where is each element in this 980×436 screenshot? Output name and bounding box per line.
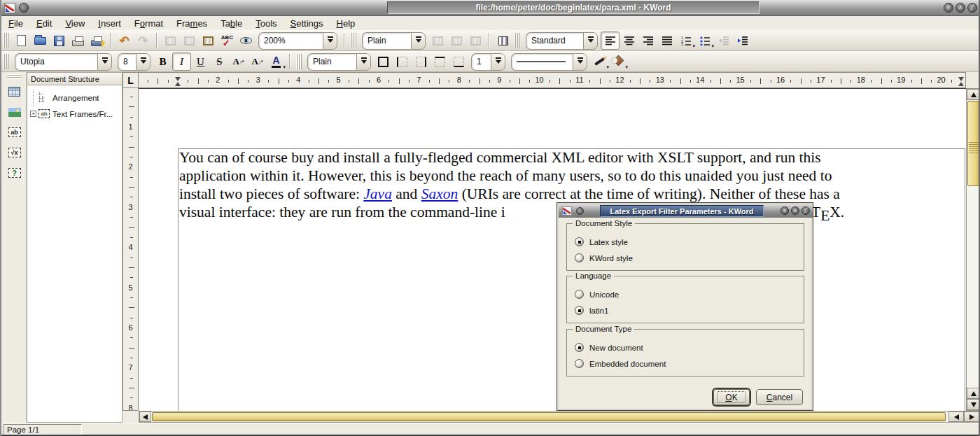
- ok-button[interactable]: OK: [713, 389, 750, 405]
- font-family-value[interactable]: Utopia: [15, 53, 97, 71]
- toolbar-handle[interactable]: [7, 74, 22, 79]
- document-text-line[interactable]: You can of course buy and install a full…: [179, 149, 821, 167]
- font-color-button[interactable]: A▾: [267, 52, 286, 71]
- horizontal-scrollbar[interactable]: [139, 411, 980, 423]
- insert-picture-button[interactable]: [6, 104, 24, 120]
- dialog-menu-button[interactable]: -: [576, 207, 584, 215]
- bullet-list-button[interactable]: ▾: [695, 31, 714, 50]
- border-right-button[interactable]: [412, 52, 430, 71]
- java-link[interactable]: Java: [363, 185, 392, 202]
- radio-button-icon[interactable]: [575, 290, 584, 299]
- scroll-left-button[interactable]: [139, 412, 151, 422]
- background-color-button[interactable]: ▾: [609, 52, 628, 71]
- scroll-up-button[interactable]: [967, 89, 980, 100]
- subscript-button[interactable]: A↓ª: [248, 52, 267, 71]
- menu-tools[interactable]: Tools: [255, 18, 276, 29]
- insert-formula-button[interactable]: √x: [6, 144, 24, 161]
- radio-latin1[interactable]: latin1: [575, 305, 609, 316]
- document-text-line[interactable]: application within it. However, this is …: [179, 167, 832, 185]
- redo-button[interactable]: ↷: [134, 31, 153, 50]
- spellcheck-button[interactable]: ABC: [218, 31, 237, 50]
- create-style-button[interactable]: [428, 31, 447, 50]
- border-top-button[interactable]: [430, 52, 449, 71]
- paragraph-style-dropdown-button[interactable]: [411, 32, 426, 50]
- kword-app-icon[interactable]: [4, 3, 15, 13]
- maximize-button[interactable]: ∧: [955, 3, 965, 13]
- insert-text-frame-button[interactable]: ab: [6, 124, 24, 141]
- underline-button[interactable]: U: [191, 52, 210, 71]
- increase-indent-button[interactable]: [733, 31, 752, 50]
- indent-marker[interactable]: [175, 77, 181, 86]
- right-indent-marker[interactable]: [958, 77, 965, 86]
- toolbar-handle[interactable]: [514, 33, 520, 48]
- save-button[interactable]: [50, 31, 69, 50]
- saxon-link[interactable]: Saxon: [421, 185, 458, 202]
- border-style-dropdown-button[interactable]: [573, 53, 587, 71]
- update-style-button[interactable]: [466, 31, 485, 50]
- superscript-button[interactable]: A↑ª: [229, 52, 248, 71]
- tab-type-selector[interactable]: L: [122, 72, 139, 88]
- border-width-value[interactable]: 1: [471, 53, 491, 71]
- window-menu-button[interactable]: -: [19, 3, 29, 13]
- align-right-button[interactable]: [638, 31, 657, 50]
- menu-edit[interactable]: Edit: [36, 18, 52, 29]
- align-left-button[interactable]: [601, 31, 620, 50]
- columns-button[interactable]: [493, 31, 512, 50]
- frame-style-dropdown-button[interactable]: [356, 53, 371, 71]
- insert-table-button[interactable]: [6, 83, 24, 100]
- vertical-ruler[interactable]: 12345678: [122, 88, 139, 411]
- radio-new-document[interactable]: New document: [575, 342, 643, 353]
- zoom-value[interactable]: 200%: [258, 32, 323, 50]
- scroll-down-button[interactable]: [967, 399, 980, 410]
- radio-unicode[interactable]: Unicode: [575, 289, 619, 300]
- border-width-dropdown-button[interactable]: [491, 53, 505, 71]
- radio-embedded-document[interactable]: Embedded document: [575, 358, 666, 369]
- radio-latex-style[interactable]: Latex style: [575, 237, 628, 247]
- menu-table[interactable]: Table: [220, 18, 242, 29]
- horizontal-ruler[interactable]: 1234567891011121314151617181920: [139, 72, 966, 88]
- menu-format[interactable]: Format: [134, 18, 163, 29]
- paragraph-style-value[interactable]: Plain: [362, 32, 411, 50]
- menu-insert[interactable]: Insert: [98, 18, 121, 29]
- radio-kword-style[interactable]: KWord style: [575, 253, 633, 263]
- dialog-shade-button[interactable]: ∨: [780, 206, 789, 215]
- border-style-value[interactable]: [511, 53, 573, 71]
- document-canvas[interactable]: You can of course buy and install a full…: [139, 88, 966, 411]
- view-mode-button[interactable]: [237, 31, 255, 50]
- document-text-line[interactable]: visual interface: they are run from the …: [179, 204, 505, 221]
- new-document-button[interactable]: [12, 31, 31, 50]
- close-button[interactable]: ╱: [967, 3, 977, 13]
- vertical-scrollbar[interactable]: [966, 88, 980, 411]
- toolbar-handle[interactable]: [4, 54, 9, 69]
- font-size-value[interactable]: 8: [118, 53, 136, 71]
- format-set-value[interactable]: Standard: [526, 32, 583, 50]
- tex-logo-text[interactable]: TEX.: [811, 204, 844, 221]
- undo-button[interactable]: ↶: [115, 31, 134, 50]
- dialog-titlebar[interactable]: - Latex Export Filter Parameters - KWord…: [559, 204, 813, 218]
- cancel-button[interactable]: Cancel: [756, 389, 803, 405]
- tree-item-arrangement[interactable]: 1.- 1.1- 1.2- Arrangement: [29, 90, 120, 106]
- horizontal-scroll-thumb[interactable]: [152, 412, 946, 421]
- edit-frame-button-3[interactable]: [199, 31, 218, 50]
- scroll-up-button-bottom[interactable]: [967, 388, 980, 399]
- bold-button[interactable]: B: [153, 52, 172, 71]
- border-outline-button[interactable]: [374, 52, 393, 71]
- format-set-dropdown-button[interactable]: [583, 32, 598, 50]
- print-preview-button[interactable]: [88, 31, 106, 50]
- insert-object-button[interactable]: ?: [6, 164, 24, 181]
- shade-button[interactable]: ∨: [944, 3, 953, 13]
- zoom-dropdown-button[interactable]: [323, 32, 337, 50]
- italic-button[interactable]: I: [172, 52, 191, 71]
- tree-item-text-frames[interactable]: + ab Text Frames/Fr...: [29, 106, 120, 122]
- menu-file[interactable]: File: [8, 18, 23, 29]
- border-color-button[interactable]: ▾: [590, 52, 609, 71]
- scroll-left-button-right[interactable]: [948, 412, 964, 422]
- radio-button-icon[interactable]: [575, 237, 584, 246]
- window-titlebar[interactable]: - file:/home/peter/doc/beginlatex/para.x…: [1, 0, 980, 16]
- edit-frame-button-1[interactable]: [161, 31, 180, 50]
- align-justify-button[interactable]: [657, 31, 676, 50]
- open-button[interactable]: [31, 31, 50, 50]
- menu-settings[interactable]: Settings: [290, 18, 323, 29]
- edit-frame-button-2[interactable]: [180, 31, 199, 50]
- document-text-line[interactable]: install two pieces of software: Java and…: [179, 185, 840, 203]
